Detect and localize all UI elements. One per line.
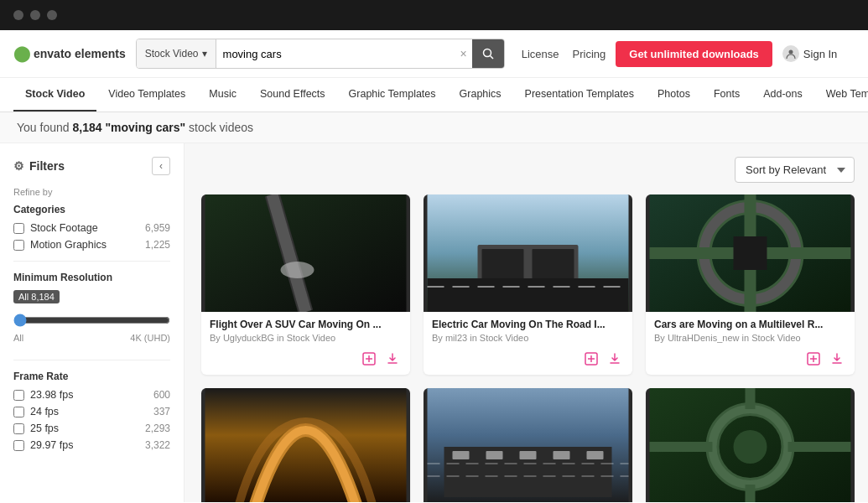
download-button[interactable]	[383, 350, 402, 368]
header: ⬤ envato elements Stock Video ▾ × Licens…	[0, 30, 868, 78]
sidebar: ⚙ Filters ‹ Refine by Categories Stock F…	[0, 143, 185, 502]
framerate-checkbox-input[interactable]	[13, 390, 24, 401]
video-info: Cars are Moving on a Multilevel R... By …	[646, 312, 855, 350]
license-link[interactable]: License	[522, 48, 559, 60]
nav-item-web-templates[interactable]: Web Templates	[814, 78, 868, 111]
svg-rect-38	[587, 451, 604, 459]
nav-item-presentation-templates[interactable]: Presentation Templates	[513, 78, 646, 111]
collapse-sidebar-button[interactable]: ‹	[152, 157, 170, 175]
filter-checkbox[interactable]: Motion Graphics	[13, 239, 107, 251]
video-meta: By UglyduckBG in Stock Video	[210, 333, 402, 343]
video-title: Electric Car Moving On The Road I...	[432, 319, 624, 330]
framerate-checkbox[interactable]: 29.97 fps	[13, 439, 73, 451]
logo[interactable]: ⬤ envato elements	[13, 44, 126, 63]
search-clear-button[interactable]: ×	[455, 47, 472, 60]
video-thumbnail[interactable]	[424, 388, 632, 502]
video-thumbnail[interactable]	[646, 194, 855, 312]
add-icon	[807, 352, 820, 366]
slider-max: 4K (UHD)	[130, 333, 170, 343]
frame-rate-title: Frame Rate	[13, 371, 170, 382]
video-card: Electric Car Moving On The Road I... By …	[424, 194, 632, 375]
filter-checkbox[interactable]: Stock Footage	[13, 222, 98, 234]
framerate-label: 23.98 fps	[30, 389, 73, 401]
svg-line-1	[490, 56, 493, 60]
download-button[interactable]	[828, 350, 846, 368]
video-actions	[424, 350, 632, 375]
result-count: 8,184	[72, 121, 101, 134]
search-type-chevron: ▾	[202, 48, 207, 60]
framerate-checkbox[interactable]: 23.98 fps	[13, 389, 73, 401]
download-button[interactable]	[606, 350, 624, 368]
nav-item-graphic-templates[interactable]: Graphic Templates	[337, 78, 448, 111]
video-thumbnail[interactable]	[201, 194, 410, 312]
nav-item-add-ons[interactable]: Add-ons	[751, 78, 814, 111]
add-to-collection-button[interactable]	[582, 350, 600, 368]
video-card: Aerial Highway Interchange Night By aero…	[201, 388, 410, 502]
resolution-slider-container: All 4K (UHD)	[13, 310, 170, 350]
svg-rect-36	[520, 451, 537, 459]
svg-rect-22	[734, 236, 767, 270]
result-bar: You found 8,184 "moving cars" stock vide…	[0, 112, 868, 143]
framerate-count: 3,322	[145, 439, 170, 451]
title-bar-dot-1	[13, 10, 23, 20]
sidebar-header: ⚙ Filters ‹	[13, 157, 170, 175]
framerate-checkbox-input[interactable]	[13, 440, 24, 451]
categories-title: Categories	[13, 204, 170, 215]
framerate-checkbox-input[interactable]	[13, 407, 24, 417]
filter-row: Motion Graphics 1,225	[13, 239, 170, 251]
filter-checkbox-input[interactable]	[13, 223, 24, 234]
filter-row: Stock Footage 6,959	[13, 222, 170, 234]
pricing-link[interactable]: Pricing	[573, 48, 606, 60]
video-thumbnail[interactable]	[201, 388, 410, 502]
framerate-checkbox-input[interactable]	[13, 423, 24, 434]
framerate-label: 25 fps	[30, 423, 59, 434]
nav-item-graphics[interactable]: Graphics	[448, 78, 513, 111]
svg-point-45	[734, 430, 767, 464]
filter-row: 25 fps 2,293	[13, 423, 170, 434]
nav-item-music[interactable]: Music	[197, 78, 248, 111]
category-filters: Stock Footage 6,959 Motion Graphics 1,22…	[13, 222, 170, 251]
svg-rect-35	[486, 451, 503, 459]
resolution-badge: All 8,184	[13, 290, 60, 303]
main-area: ⚙ Filters ‹ Refine by Categories Stock F…	[0, 143, 868, 502]
filter-checkbox-input[interactable]	[13, 240, 24, 251]
divider-1	[13, 261, 170, 262]
video-info: Electric Car Moving On The Road I... By …	[424, 312, 632, 350]
framerate-label: 24 fps	[30, 406, 59, 417]
nav-item-stock-video[interactable]: Stock Video	[13, 78, 96, 111]
resolution-slider[interactable]	[13, 314, 170, 327]
svg-rect-10	[482, 249, 524, 283]
framerate-checkbox[interactable]: 25 fps	[13, 423, 59, 434]
video-thumbnail[interactable]	[646, 388, 855, 502]
svg-point-4	[281, 262, 314, 278]
filter-label: Motion Graphics	[30, 239, 107, 251]
nav-item-video-templates[interactable]: Video Templates	[96, 78, 197, 111]
search-input[interactable]	[216, 39, 455, 68]
nav-item-fonts[interactable]: Fonts	[702, 78, 751, 111]
search-button[interactable]	[472, 39, 504, 68]
sort-select[interactable]: Sort by RelevantSort by NewestSort by Po…	[735, 157, 855, 183]
add-to-collection-button[interactable]	[804, 350, 823, 368]
framerate-count: 600	[153, 389, 170, 401]
slider-labels: All 4K (UHD)	[13, 333, 170, 343]
result-prefix: You found	[17, 121, 72, 134]
video-thumbnail[interactable]	[424, 194, 632, 312]
user-icon	[782, 45, 799, 62]
content-header: Sort by RelevantSort by NewestSort by Po…	[201, 157, 855, 183]
get-unlimited-button[interactable]: Get unlimited downloads	[616, 41, 772, 67]
nav-item-sound-effects[interactable]: Sound Effects	[248, 78, 337, 111]
sign-in-button[interactable]: Sign In	[782, 45, 837, 62]
svg-rect-11	[533, 249, 574, 283]
nav-item-photos[interactable]: Photos	[646, 78, 702, 111]
video-title: Cars are Moving on a Multilevel R...	[654, 319, 846, 330]
add-to-collection-button[interactable]	[360, 350, 378, 368]
filter-count: 6,959	[145, 222, 170, 234]
video-card: Aerial Freeway Traffic Los Angeles By sk…	[424, 388, 632, 502]
framerate-checkbox[interactable]: 24 fps	[13, 406, 59, 417]
filters-title: ⚙ Filters	[13, 159, 65, 173]
video-meta: By UltraHDenis_new in Stock Video	[654, 333, 846, 343]
filter-icon: ⚙	[13, 159, 24, 173]
search-type-selector[interactable]: Stock Video ▾	[137, 39, 216, 68]
filter-row: 29.97 fps 3,322	[13, 439, 170, 451]
framerate-count: 2,293	[145, 423, 170, 434]
